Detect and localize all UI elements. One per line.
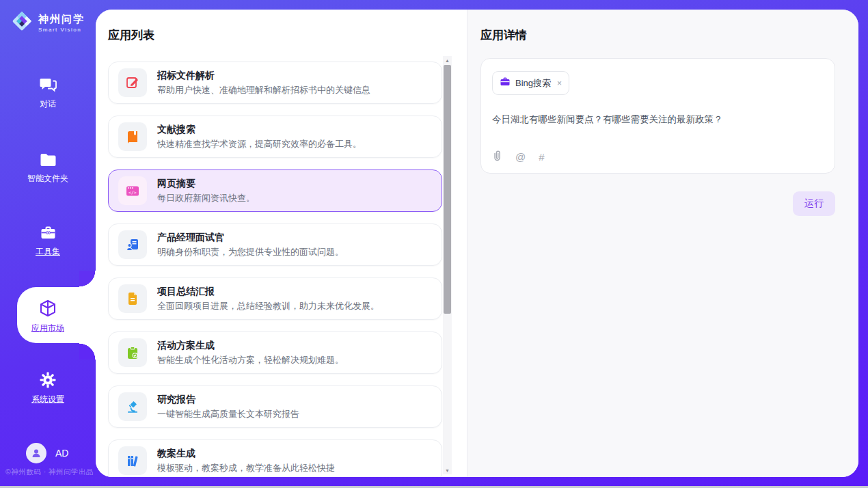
app-card-desc: 快速精准查找学术资源，提高研究效率的必备工具。 — [157, 137, 362, 150]
sidebar-item-chat[interactable]: 对话 — [0, 77, 96, 110]
paperclip-icon[interactable] — [492, 150, 502, 164]
brand-name: 神州问学 — [38, 13, 85, 26]
sidebar-item-label: 对话 — [40, 98, 56, 110]
scrollbar-down-arrow[interactable]: ▼ — [443, 466, 452, 474]
app-card-desc: 一键智能生成高质量长文本研究报告 — [157, 407, 299, 420]
scrollbar-thumb[interactable] — [444, 65, 451, 314]
app-card-title: 活动方案生成 — [157, 339, 344, 352]
main-content: 应用列表 招标文件解析 帮助用户快速、准确地理解和解析招标书中的关键信息 — [96, 10, 858, 477]
app-card-research-report[interactable]: 研究报告 一键智能生成高质量长文本研究报告 — [108, 385, 442, 428]
sidebar-item-app-market[interactable]: 应用市场 — [0, 299, 96, 334]
app-card-title: 文献搜索 — [157, 123, 362, 136]
scrollbar-track[interactable]: ▲ ▼ — [443, 56, 452, 474]
sidebar-item-label: 智能文件夹 — [27, 173, 68, 185]
app-detail-panel: 应用详情 Bing搜索 × 今日湖北有哪些新闻要点？有哪些需要关注的最新政策？ — [467, 10, 858, 477]
hash-tag-icon[interactable]: # — [539, 151, 544, 163]
at-mention-icon[interactable]: @ — [515, 151, 526, 163]
app-card-literature-search[interactable]: 文献搜索 快速精准查找学术资源，提高研究效率的必备工具。 — [108, 116, 442, 158]
app-card-desc: 智能生成个性化活动方案，轻松解决规划难题。 — [157, 353, 344, 366]
run-row: 运行 — [480, 191, 835, 216]
tool-chip-bing-search[interactable]: Bing搜索 × — [492, 71, 569, 95]
app-card-title: 项目总结汇报 — [157, 285, 379, 298]
diamond-logo-icon — [11, 10, 33, 35]
app-card-title: 教案生成 — [157, 447, 335, 460]
edit-doc-icon — [118, 68, 147, 97]
svg-text:</>: </> — [128, 190, 137, 195]
chip-close-icon[interactable]: × — [557, 79, 562, 88]
microscope-icon — [118, 392, 147, 421]
brand-logo: 神州问学 Smart Vision — [11, 10, 85, 35]
scrollbar-up-arrow[interactable]: ▲ — [443, 56, 452, 64]
browser-code-icon: </> — [118, 176, 147, 205]
sidebar-item-smart-folder[interactable]: 智能文件夹 — [0, 152, 96, 185]
avatar — [26, 443, 46, 463]
clipboard-check-icon — [118, 338, 147, 367]
app-card-desc: 每日政府新闻资讯快查。 — [157, 191, 255, 204]
cube-icon — [38, 299, 57, 318]
sidebar-item-toolset[interactable]: 工具集 — [0, 224, 96, 258]
app-list: 招标文件解析 帮助用户快速、准确地理解和解析招标书中的关键信息 文献搜索 快速精… — [108, 62, 442, 477]
app-card-web-summary[interactable]: </> 网页摘要 每日政府新闻资讯快查。 — [108, 170, 442, 212]
app-card-desc: 帮助用户快速、准确地理解和解析招标书中的关键信息 — [157, 83, 370, 96]
sidebar-item-label: 工具集 — [36, 246, 60, 258]
brand-subtitle: Smart Vision — [38, 27, 85, 33]
bump-fillet-bottom — [79, 343, 96, 360]
sidebar: 神州问学 Smart Vision 对话 智能文件夹 — [0, 0, 96, 488]
app-card-title: 网页摘要 — [157, 177, 255, 190]
run-button[interactable]: 运行 — [793, 191, 835, 216]
sidebar-item-label: 应用市场 — [31, 323, 64, 334]
tool-chip-label: Bing搜索 — [515, 77, 551, 90]
interview-icon — [118, 230, 147, 259]
user-account[interactable]: AD — [26, 443, 68, 463]
prompt-input[interactable]: 今日湖北有哪些新闻要点？有哪些需要关注的最新政策？ — [492, 113, 824, 126]
app-list-title: 应用列表 — [108, 27, 467, 43]
app-card-desc: 全面回顾项目进展，总结经验教训，助力未来优化发展。 — [157, 299, 379, 312]
copyright-text: ©神州数码 · 神州问学出品 — [5, 467, 94, 477]
sidebar-item-label: 系统设置 — [31, 394, 64, 405]
input-toolbar: @ # — [492, 150, 545, 164]
books-icon — [118, 446, 147, 475]
gear-icon — [39, 371, 57, 389]
app-card-title: 产品经理面试官 — [157, 231, 344, 244]
bump-fillet-top — [79, 271, 96, 287]
app-card-desc: 明确身份和职责，为您提供专业性的面试问题。 — [157, 245, 344, 258]
user-name: AD — [55, 448, 68, 459]
app-card-project-summary[interactable]: 项目总结汇报 全面回顾项目进展，总结经验教训，助力未来优化发展。 — [108, 277, 442, 320]
person-icon — [31, 448, 42, 459]
folder-icon — [39, 152, 57, 168]
prompt-card: Bing搜索 × 今日湖北有哪些新闻要点？有哪些需要关注的最新政策？ @ # — [480, 58, 835, 174]
app-card-desc: 模板驱动，教案秒成，教学准备从此轻松快捷 — [157, 461, 335, 474]
book-icon — [118, 122, 147, 151]
chat-icon — [39, 77, 57, 94]
app-list-panel: 应用列表 招标文件解析 帮助用户快速、准确地理解和解析招标书中的关键信息 — [96, 10, 467, 477]
briefcase-icon — [39, 224, 57, 241]
app-card-title: 研究报告 — [157, 393, 299, 406]
report-doc-icon — [118, 284, 147, 313]
app-card-title: 招标文件解析 — [157, 69, 370, 82]
app-card-pm-interviewer[interactable]: 产品经理面试官 明确身份和职责，为您提供专业性的面试问题。 — [108, 223, 442, 266]
sidebar-item-settings[interactable]: 系统设置 — [0, 371, 96, 405]
app-card-tender-analysis[interactable]: 招标文件解析 帮助用户快速、准确地理解和解析招标书中的关键信息 — [108, 62, 442, 104]
app-card-lesson-plan[interactable]: 教案生成 模板驱动，教案秒成，教学准备从此轻松快捷 — [108, 439, 442, 477]
briefcase-icon — [500, 77, 511, 90]
app-detail-title: 应用详情 — [480, 27, 835, 43]
app-card-event-plan[interactable]: 活动方案生成 智能生成个性化活动方案，轻松解决规划难题。 — [108, 331, 442, 374]
